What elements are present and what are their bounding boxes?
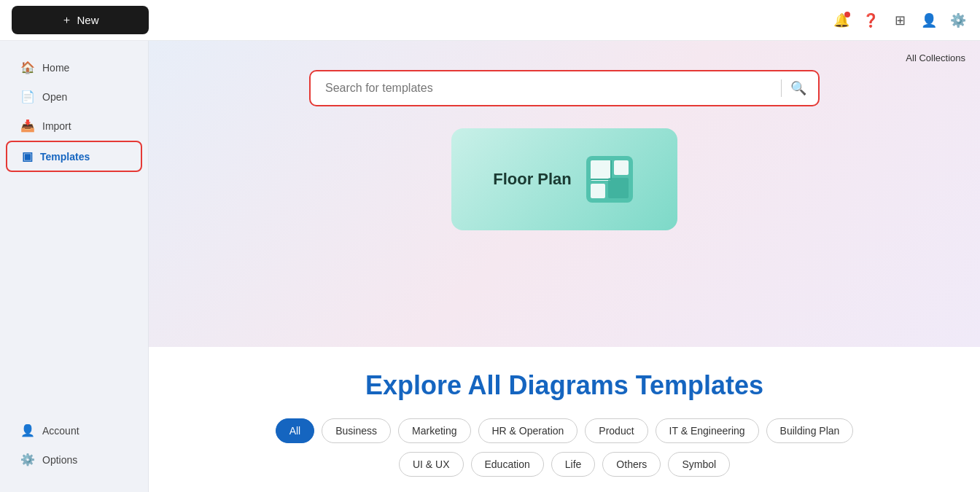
filter-ui-ux[interactable]: UI & UX (399, 452, 464, 477)
apps-icon[interactable]: ⊞ (890, 10, 910, 31)
sidebar-item-open[interactable]: 📄 Open (6, 82, 142, 111)
svg-rect-3 (591, 184, 605, 198)
hero-section: All Collections 🔍 Floor Plan (149, 41, 980, 347)
explore-title-plain: Explore (365, 370, 468, 400)
settings-icon[interactable]: ⚙️ (948, 10, 968, 31)
filter-it-engineering[interactable]: IT & Engineering (656, 418, 759, 443)
help-icon[interactable]: ❓ (860, 10, 881, 31)
explore-title-highlight: All Diagrams Templates (468, 370, 763, 400)
sidebar: 🏠 Home 📄 Open 📥 Import ▣ Templates 👤 (0, 41, 149, 492)
sidebar-item-home-label: Home (42, 62, 69, 74)
search-button[interactable]: 🔍 (788, 77, 809, 99)
templates-item-wrapper: ▣ Templates (6, 141, 142, 172)
account-icon: 👤 (20, 423, 35, 437)
filter-education[interactable]: Education (471, 452, 544, 477)
notification-badge (844, 12, 850, 17)
new-button[interactable]: ＋ New (12, 6, 149, 34)
filter-others[interactable]: Others (602, 452, 661, 477)
filter-section: Explore All Diagrams Templates All Busin… (149, 347, 980, 492)
open-icon: 📄 (20, 90, 35, 104)
filter-marketing[interactable]: Marketing (398, 418, 470, 443)
sidebar-item-account[interactable]: 👤 Account (6, 416, 142, 445)
floor-plan-label: Floor Plan (493, 170, 572, 189)
topbar: ＋ New 🔔 ❓ ⊞ 👤 ⚙️ (0, 0, 980, 41)
search-input[interactable] (319, 71, 775, 105)
options-icon: ⚙️ (20, 453, 35, 466)
svg-rect-4 (608, 178, 629, 198)
sidebar-item-templates[interactable]: ▣ Templates (7, 142, 141, 171)
sidebar-item-import-label: Import (42, 120, 71, 132)
explore-title: Explore All Diagrams Templates (178, 370, 951, 401)
sidebar-item-home[interactable]: 🏠 Home (6, 53, 142, 82)
filter-building-plan[interactable]: Building Plan (766, 418, 854, 443)
notification-icon[interactable]: 🔔 (831, 10, 852, 31)
sidebar-item-import[interactable]: 📥 Import (6, 112, 142, 140)
floor-plan-graphic (583, 153, 636, 206)
new-button-label: New (77, 14, 98, 26)
search-box: 🔍 (309, 70, 820, 106)
filter-row-1: All Business Marketing HR & Operation Pr… (178, 418, 951, 443)
main-content: All Collections 🔍 Floor Plan (149, 41, 980, 492)
templates-icon: ▣ (22, 149, 33, 163)
search-divider (781, 79, 782, 97)
plus-icon: ＋ (61, 13, 72, 27)
filter-symbol[interactable]: Symbol (668, 452, 730, 477)
sidebar-item-account-label: Account (42, 425, 79, 437)
filter-row-2: UI & UX Education Life Others Symbol (178, 452, 951, 477)
svg-rect-1 (591, 160, 611, 181)
sidebar-item-templates-label: Templates (40, 151, 90, 163)
sidebar-item-options-label: Options (42, 454, 77, 466)
filter-all[interactable]: All (276, 418, 315, 443)
floor-plan-card[interactable]: Floor Plan (451, 128, 677, 230)
filter-hr-operation[interactable]: HR & Operation (478, 418, 578, 443)
sidebar-item-options[interactable]: ⚙️ Options (6, 445, 142, 474)
import-icon: 📥 (20, 119, 35, 133)
sidebar-nav: 🏠 Home 📄 Open 📥 Import ▣ Templates (0, 52, 148, 415)
svg-rect-2 (614, 160, 629, 175)
all-collections-link[interactable]: All Collections (906, 52, 965, 63)
filter-business[interactable]: Business (322, 418, 391, 443)
layout: 🏠 Home 📄 Open 📥 Import ▣ Templates 👤 (0, 41, 980, 492)
filter-product[interactable]: Product (585, 418, 648, 443)
home-icon: 🏠 (20, 60, 35, 74)
user-icon[interactable]: 👤 (919, 10, 939, 31)
sidebar-item-open-label: Open (42, 91, 67, 103)
sidebar-bottom: 👤 Account ⚙️ Options (0, 415, 148, 480)
topbar-icons: 🔔 ❓ ⊞ 👤 ⚙️ (831, 10, 968, 31)
filter-life[interactable]: Life (551, 452, 596, 477)
